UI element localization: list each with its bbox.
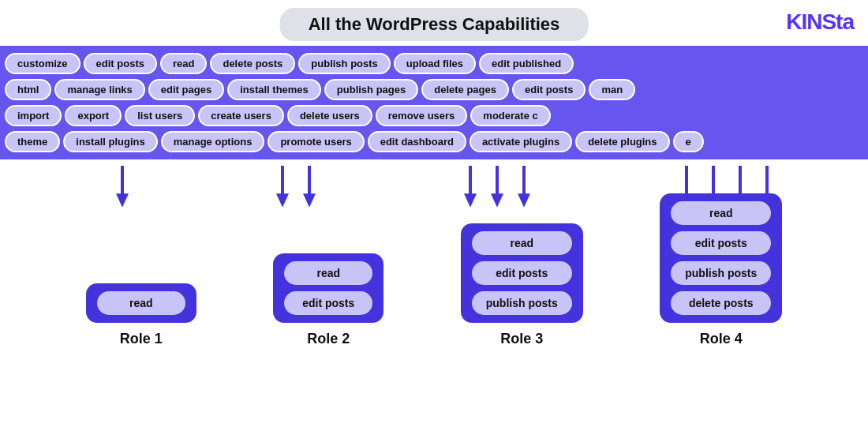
cap-create-users: create users xyxy=(198,105,284,126)
cap-delete-users: delete users xyxy=(287,105,372,126)
capabilities-banner: customize edit posts read delete posts p… xyxy=(0,46,868,159)
role-3-column: read edit posts publish posts Role 3 xyxy=(461,223,583,347)
cap-publish-posts: publish posts xyxy=(298,53,391,74)
cap-edit-published: edit published xyxy=(479,53,574,74)
cap-publish-pages: publish pages xyxy=(324,79,418,100)
main-title: All the WordPress Capabilities xyxy=(280,8,589,41)
role-4-label: Role 4 xyxy=(700,331,743,347)
role-3-cap-read: read xyxy=(472,231,572,255)
cap-edit-posts-r2: edit posts xyxy=(512,79,586,100)
role-2-box: read edit posts xyxy=(273,253,383,323)
capability-row-4: theme install plugins manage options pro… xyxy=(0,129,868,155)
capability-row-1: customize edit posts read delete posts p… xyxy=(0,51,868,77)
role-3-cap-publish-posts: publish posts xyxy=(472,291,572,315)
cap-edit-posts-r1: edit posts xyxy=(84,53,157,74)
cap-import: import xyxy=(5,105,62,126)
cap-manage-options: manage options xyxy=(161,131,265,152)
roles-section: read Role 1 read edit posts Role 2 read … xyxy=(0,193,868,347)
cap-export: export xyxy=(65,105,122,126)
role-2-cap-edit-posts: edit posts xyxy=(284,291,372,315)
cap-e: e xyxy=(673,131,704,152)
role-4-cap-read: read xyxy=(671,201,771,225)
cap-edit-pages: edit pages xyxy=(148,79,224,100)
role-1-cap-read: read xyxy=(97,291,185,315)
capability-row-2: html manage links edit pages install the… xyxy=(0,77,868,103)
cap-delete-pages: delete pages xyxy=(421,79,509,100)
cap-manage-links: manage links xyxy=(54,79,144,100)
cap-man: man xyxy=(589,79,635,100)
cap-remove-users: remove users xyxy=(376,105,468,126)
cap-moderate-c: moderate c xyxy=(470,105,550,126)
cap-theme: theme xyxy=(5,131,60,152)
cap-delete-plugins: delete plugins xyxy=(575,131,669,152)
role-2-cap-read: read xyxy=(284,261,372,285)
role-4-box: read edit posts publish posts delete pos… xyxy=(660,193,782,323)
role-4-column: read edit posts publish posts delete pos… xyxy=(660,193,782,347)
role-1-column: read Role 1 xyxy=(86,283,196,347)
role-4-cap-delete-posts: delete posts xyxy=(671,291,771,315)
kinsta-logo: KINSta xyxy=(786,9,854,35)
role-3-label: Role 3 xyxy=(500,331,543,347)
capability-row-3: import export list users create users de… xyxy=(0,103,868,129)
cap-html: html xyxy=(5,79,51,100)
cap-upload-files: upload files xyxy=(394,53,476,74)
role-2-label: Role 2 xyxy=(307,331,350,347)
cap-promote-users: promote users xyxy=(268,131,364,152)
role-2-column: read edit posts Role 2 xyxy=(273,253,383,347)
role-3-cap-edit-posts: edit posts xyxy=(472,261,572,285)
cap-edit-dashboard: edit dashboard xyxy=(368,131,466,152)
role-4-cap-publish-posts: publish posts xyxy=(671,261,771,285)
cap-install-themes: install themes xyxy=(227,79,321,100)
cap-read-r1: read xyxy=(160,53,207,74)
cap-list-users: list users xyxy=(125,105,195,126)
role-3-box: read edit posts publish posts xyxy=(461,223,583,323)
cap-activate-plugins: activate plugins xyxy=(470,131,572,152)
cap-install-plugins: install plugins xyxy=(63,131,157,152)
role-1-label: Role 1 xyxy=(120,331,163,347)
role-1-box: read xyxy=(86,283,196,323)
cap-delete-posts: delete posts xyxy=(210,53,295,74)
role-4-cap-edit-posts: edit posts xyxy=(671,231,771,255)
cap-customize: customize xyxy=(5,53,80,74)
